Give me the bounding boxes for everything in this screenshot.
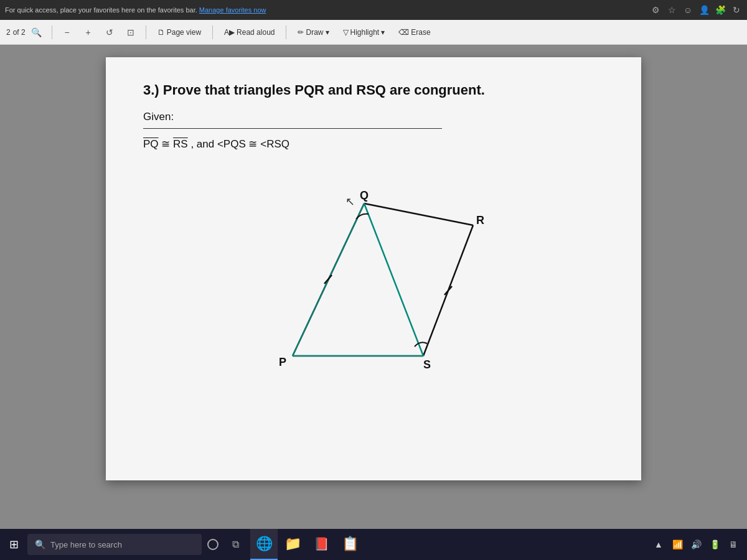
zoom-out-button[interactable]: − bbox=[59, 24, 76, 41]
search-pdf-button[interactable]: 🔍 bbox=[28, 24, 45, 41]
acrobat-icon: 📕 bbox=[314, 536, 329, 551]
browser-action-icons: ⚙ ☆ ☺ 👤 🧩 ↻ bbox=[650, 4, 742, 16]
windows-icon: ⊞ bbox=[9, 538, 19, 551]
start-button[interactable]: ⊞ bbox=[0, 529, 27, 560]
favorites-label: For quick access, place your favorites h… bbox=[5, 6, 197, 14]
task-view-button[interactable]: ⧉ bbox=[224, 529, 247, 560]
other-icon: 📋 bbox=[342, 536, 359, 552]
svg-line-7 bbox=[324, 275, 332, 284]
rotate-button[interactable]: ↺ bbox=[101, 24, 118, 41]
page-view-button[interactable]: 🗋 Page view bbox=[153, 26, 206, 39]
taskbar-tray: ▲ 📶 🔊 🔋 🖥 bbox=[651, 537, 747, 552]
network-icon[interactable]: 📶 bbox=[670, 537, 685, 552]
erase-label: Erase bbox=[411, 28, 430, 37]
triangle-diagram: ↖ Q R P S bbox=[212, 169, 535, 406]
browser-favorites-bar: For quick access, place your favorites h… bbox=[0, 0, 747, 20]
extensions-icon[interactable]: 🧩 bbox=[715, 4, 726, 16]
refresh-icon[interactable]: ↻ bbox=[731, 4, 742, 16]
given-label: Given: bbox=[143, 111, 604, 123]
pdf-page: 3.) Prove that triangles PQR and RSQ are… bbox=[106, 57, 641, 480]
draw-icon: ✏ bbox=[298, 28, 304, 37]
erase-button[interactable]: ⌫ Erase bbox=[393, 26, 435, 39]
congruent-symbol-1: ≅ bbox=[161, 138, 173, 150]
fit-button[interactable]: ⊡ bbox=[122, 24, 139, 41]
search-icon: 🔍 bbox=[35, 539, 45, 549]
given-statement: PQ ≅ RS , and <PQS ≅ <RSQ bbox=[143, 138, 604, 151]
toolbar-divider-3 bbox=[212, 26, 213, 39]
page-info: 2 of 2 🔍 bbox=[6, 24, 45, 41]
cortana-icon bbox=[207, 539, 218, 550]
search-placeholder: Type here to search bbox=[50, 540, 122, 549]
svg-line-4 bbox=[364, 203, 423, 356]
pq-overline: PQ bbox=[143, 138, 159, 150]
page-current: 2 bbox=[6, 28, 11, 37]
cortana-button[interactable] bbox=[202, 529, 224, 560]
toolbar-divider-1 bbox=[52, 26, 52, 39]
svg-line-8 bbox=[444, 286, 452, 295]
favorites-text: For quick access, place your favorites h… bbox=[5, 6, 646, 14]
svg-line-1 bbox=[364, 203, 473, 225]
collections-icon[interactable]: ☆ bbox=[666, 4, 677, 16]
volume-icon[interactable]: 🔊 bbox=[688, 537, 703, 552]
draw-button[interactable]: ✏ Draw ▾ bbox=[293, 26, 334, 39]
feedback-icon[interactable]: ☺ bbox=[682, 4, 693, 16]
point-p-label: P bbox=[279, 356, 286, 368]
zoom-in-button[interactable]: + bbox=[80, 24, 97, 41]
point-s-label: S bbox=[423, 358, 431, 371]
taskbar-app-explorer[interactable]: 📁 bbox=[279, 529, 306, 560]
taskbar-app-acrobat[interactable]: 📕 bbox=[308, 529, 335, 560]
erase-icon: ⌫ bbox=[398, 28, 409, 37]
highlight-label: Highlight bbox=[350, 28, 380, 37]
point-q-label: Q bbox=[360, 189, 369, 202]
draw-chevron: ▾ bbox=[326, 28, 329, 37]
page-view-icon: 🗋 bbox=[157, 28, 165, 37]
highlight-button[interactable]: ▽ Highlight ▾ bbox=[338, 26, 390, 39]
taskbar-app-other[interactable]: 📋 bbox=[336, 529, 364, 560]
read-aloud-button[interactable]: A▶ Read aloud bbox=[219, 26, 280, 39]
manage-favorites-link[interactable]: Manage favorites now bbox=[199, 6, 266, 14]
highlight-icon: ▽ bbox=[343, 28, 349, 37]
taskbar-app-edge[interactable]: 🌐 bbox=[250, 529, 278, 560]
edge-icon: 🌐 bbox=[256, 536, 273, 552]
toolbar-divider-4 bbox=[286, 26, 286, 39]
highlight-chevron: ▾ bbox=[381, 28, 385, 37]
page-view-label: Page view bbox=[167, 28, 201, 37]
display-icon[interactable]: 🖥 bbox=[726, 537, 741, 552]
toolbar-divider-2 bbox=[146, 26, 146, 39]
problem-title: 3.) Prove that triangles PQR and RSQ are… bbox=[143, 82, 604, 98]
draw-label: Draw bbox=[306, 28, 323, 37]
rs-overline: RS bbox=[173, 138, 188, 150]
taskbar-search[interactable]: 🔍 Type here to search bbox=[27, 534, 202, 555]
explorer-icon: 📁 bbox=[284, 536, 301, 552]
page-total: of 2 bbox=[13, 28, 26, 37]
point-r-label: R bbox=[476, 214, 484, 226]
and-text: , and <PQS ≅ <RSQ bbox=[190, 138, 289, 150]
given-divider bbox=[143, 128, 442, 129]
read-aloud-label: Read aloud bbox=[237, 28, 275, 37]
battery-icon: 🔋 bbox=[707, 537, 722, 552]
read-aloud-icon: A▶ bbox=[224, 28, 235, 37]
pdf-toolbar: 2 of 2 🔍 − + ↺ ⊡ 🗋 Page view A▶ Read alo… bbox=[0, 20, 747, 45]
chevron-up-icon[interactable]: ▲ bbox=[651, 537, 666, 552]
task-view-icon: ⧉ bbox=[232, 539, 239, 550]
profile-icon[interactable]: 👤 bbox=[698, 4, 710, 16]
settings-icon[interactable]: ⚙ bbox=[650, 4, 661, 16]
taskbar-apps: 🌐 📁 📕 📋 bbox=[247, 529, 364, 560]
taskbar: ⊞ 🔍 Type here to search ⧉ 🌐 📁 📕 📋 ▲ bbox=[0, 529, 747, 560]
geometry-diagram: ↖ Q R P S bbox=[143, 169, 604, 406]
pdf-content-area: 3.) Prove that triangles PQR and RSQ are… bbox=[0, 45, 747, 529]
cursor-icon: ↖ bbox=[345, 195, 355, 208]
